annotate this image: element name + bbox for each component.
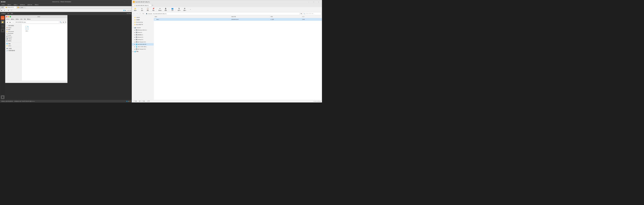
col-header-date[interactable]: 修改日期 — [231, 16, 270, 18]
menu-file[interactable]: 文件(F) — [1, 4, 6, 6]
tab-home[interactable]: 主页 — [0, 6, 5, 9]
sidebar-item-home[interactable]: 🏠 Home — [5, 27, 22, 29]
exp-refresh-icon[interactable]: ↻ — [301, 13, 302, 14]
exp-up-btn[interactable]: ↑ — [139, 12, 142, 15]
tool-btn-share[interactable]: 👥 共享 — [170, 7, 175, 12]
vmware-win-min[interactable]: – — [118, 0, 122, 3]
tree-item-data-d[interactable]: ▶ 💾 Data (D:) — [132, 31, 154, 34]
fm-menu-goto[interactable]: 转到 — [20, 19, 22, 20]
sidebar-item-connect-server[interactable]: 🔗 连接到服务器 — [5, 50, 22, 52]
tree-toggle-computer[interactable]: ▾ — [133, 27, 134, 28]
tree-toggle-embedded[interactable] — [133, 24, 134, 25]
fm-layout-icon[interactable]: ☰ — [64, 21, 66, 23]
menu-help[interactable]: 帮助(H) — [34, 4, 39, 6]
sidebar-item-videos[interactable]: 📹 Videos — [5, 38, 22, 40]
dock-files[interactable]: 📁 — [1, 20, 4, 24]
tree-item-linuxlearning[interactable]: 📁 linuxLearning — [132, 21, 154, 24]
menu-view[interactable]: 查看(V) — [13, 4, 18, 6]
list-item[interactable]: 📄 test.c — [23, 25, 30, 32]
tab-iceda[interactable]: IC_EDA × — [16, 6, 26, 9]
vmware-win-close[interactable]: × — [127, 0, 131, 3]
tree-item-liuchengtu[interactable]: 📁 流程图 — [132, 19, 154, 21]
tool-btn-delete[interactable]: 🗑 删除 — [163, 7, 168, 12]
tree-item-lfp-network[interactable]: ▶ 🌐 lfp (\\192.168.187... — [132, 43, 154, 46]
fm-menu-view[interactable]: 查看(V) — [16, 19, 19, 20]
fm-back-btn[interactable]: ◀ — [6, 21, 8, 23]
fm-menu-edit[interactable]: 编辑(E) — [11, 19, 14, 20]
tool-btn-rename[interactable]: ✏ 重命名 — [157, 7, 163, 12]
fm-address-bar[interactable]: ▶ 主文件夹 ▶ share — [15, 21, 59, 23]
col-header-name[interactable]: 名称 ↑ — [154, 16, 231, 18]
fm-max-btn[interactable] — [10, 16, 11, 17]
vmware-maximize-btn[interactable] — [2, 1, 4, 3]
tab-ubuntu[interactable]: Ubuntu 64 位 × — [4, 6, 16, 9]
tree-item-rubbish[interactable]: 📁 rubbish — [132, 16, 154, 19]
tree-item-yikou-network[interactable]: ▶ 🌐 yikou (\\192.168.1... — [132, 46, 154, 48]
sidebar-item-sblive[interactable]: 📁 sblive — [5, 45, 22, 47]
tool-btn-new[interactable]: 📁 新建 ▾ — [133, 7, 138, 12]
sidebar-item-music[interactable]: 🎵 Music — [5, 34, 22, 36]
sidebar-item-trash[interactable]: 🗑 回收站 — [5, 40, 22, 42]
exp-search-box[interactable]: 🔍 在 lfp (\\192.168... — [303, 12, 321, 15]
tree-toggle-mypassport-h[interactable]: ▶ — [134, 41, 136, 43]
sidebar-item-network[interactable]: 🌐 网络 — [5, 43, 22, 45]
menu-tabs[interactable]: 选项卡(B) — [27, 4, 33, 6]
dock-trash[interactable]: 🗑 — [1, 95, 4, 99]
sidebar-item-desktop[interactable]: 🖥 桌面 — [5, 29, 22, 31]
dock-firefox[interactable]: 🦊 — [1, 16, 4, 20]
fm-search-icon[interactable]: 🔍 — [60, 21, 62, 23]
tool-btn-more[interactable]: ··· — [188, 8, 193, 11]
sidebar-item-downloads[interactable]: ⬇ Downloads — [5, 33, 22, 34]
sidebar-item-documents[interactable]: 📁 Documents — [5, 31, 22, 33]
tab-ubuntu-close[interactable]: × — [15, 7, 15, 8]
tool-btn-view[interactable]: 👁 查看 ▾ — [182, 7, 188, 12]
tab-iceda-close[interactable]: × — [24, 7, 25, 8]
menu-vm[interactable]: 虚拟机(M) — [20, 4, 26, 6]
tree-toggle-data-d[interactable]: ▶ — [134, 32, 136, 33]
exp-win-min[interactable]: – — [307, 0, 311, 3]
tree-toggle-rubbish[interactable] — [133, 17, 134, 18]
tree-toggle-new-vol-e[interactable]: ▶ — [134, 34, 136, 36]
exp-tab-active[interactable]: 📁 lfp (\\192.168.187.128) (Y:) × — [133, 4, 151, 7]
tree-item-computer[interactable]: ▾ 💻 computer — [132, 27, 154, 29]
exp-tab-close[interactable]: × — [149, 5, 150, 6]
tree-item-verilog-g[interactable]: ▶ 💾 Verilog (G:) — [132, 39, 154, 41]
tree-item-network-root[interactable]: ▶ 🌐 网络 — [132, 50, 154, 53]
sidebar-item-computer[interactable]: 💻 计算机 — [5, 48, 22, 50]
tree-toggle-verilog-g[interactable]: ▶ — [134, 39, 136, 40]
tool-btn-paste[interactable]: 📌 粘贴 — [150, 7, 156, 12]
sidebar-item-pictures[interactable]: 🖼 Pictures — [5, 36, 22, 38]
tree-toggle-mypassport-h2[interactable]: ▶ — [134, 49, 136, 50]
sidebar-item-recent[interactable]: 🕐 最近使用的 — [5, 25, 22, 27]
tree-toggle-ubuntu-f[interactable]: ▶ — [134, 37, 136, 38]
exp-win-max[interactable]: □ — [312, 0, 316, 3]
tool-btn-cut[interactable]: ✂ 剪切 — [139, 7, 145, 12]
vm-fullscreen-btn[interactable]: ⛶ — [10, 9, 13, 11]
tree-item-ubuntu-f[interactable]: ▶ 💾 Ubuntu (F:) — [132, 36, 154, 39]
vmware-minimize-btn[interactable] — [1, 1, 2, 3]
exp-forward-btn[interactable]: → — [136, 12, 138, 15]
exp-refresh-btn[interactable]: ↻ — [142, 12, 145, 15]
vm-power-btn[interactable]: ▶ — [0, 9, 3, 11]
tree-item-mypassport-h[interactable]: ▶ 💾 My Passport (H:) — [132, 41, 154, 43]
tree-item-mypassport-h2[interactable]: ▶ 💾 My Passport (H:) — [132, 48, 154, 50]
fm-min-btn[interactable] — [8, 16, 9, 17]
tree-item-new-vol-e[interactable]: ▶ 💾 新加卷 (E:) — [132, 34, 154, 36]
tree-item-embedded[interactable]: 📁 嵌入式电子书 — [132, 24, 154, 26]
fm-view-icon[interactable]: ⊞ — [62, 21, 64, 23]
exp-new-tab-btn[interactable]: + — [152, 4, 154, 7]
dock-settings[interactable]: ⚙ — [1, 29, 4, 33]
tool-btn-copy[interactable]: 📋 复制 — [145, 7, 150, 12]
tree-toggle-liuchengtu[interactable] — [133, 19, 134, 21]
tree-toggle-windows-ssd[interactable]: ▶ — [134, 30, 136, 31]
dock-terminal[interactable]: ⬛ — [1, 24, 4, 28]
exp-win-close[interactable]: × — [317, 0, 321, 3]
vmware-win-max[interactable]: □ — [122, 0, 126, 3]
exp-address-bar[interactable]: 💻 computer › lfp (\\192.168.187.128) (Y:… — [145, 12, 300, 15]
tool-btn-sort[interactable]: ⇅ 排序 ▾ — [176, 7, 182, 12]
tree-item-windows-ssd[interactable]: ▶ 💾 Windows-SSD (C:) — [132, 29, 154, 31]
fm-menu-bookmarks[interactable]: 书签 — [24, 19, 26, 20]
tree-toggle-network-root[interactable]: ▶ — [133, 51, 134, 52]
exp-back-btn[interactable]: ← — [133, 12, 136, 15]
fm-up-btn[interactable]: ↑ — [12, 21, 14, 23]
